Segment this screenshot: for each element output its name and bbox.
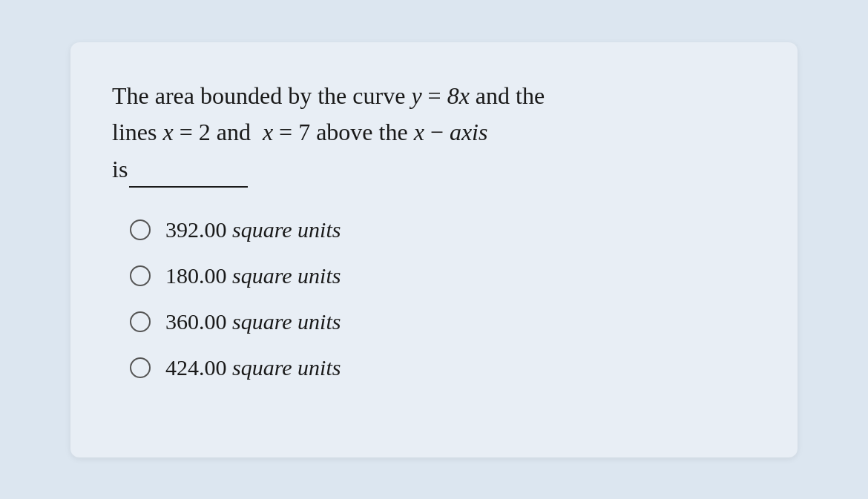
option-3-label: 360.00 square units — [165, 309, 341, 334]
radio-4[interactable] — [130, 357, 151, 378]
word-axis: axis — [450, 119, 488, 145]
options-list: 392.00 square units 180.00 square units … — [112, 217, 756, 380]
option-1-label: 392.00 square units — [165, 217, 341, 242]
option-3[interactable]: 360.00 square units — [130, 309, 756, 334]
var-x3: x — [414, 119, 424, 145]
option-2-label: 180.00 square units — [165, 263, 341, 288]
option-1[interactable]: 392.00 square units — [130, 217, 756, 242]
option-4-value: 424.00 — [165, 355, 227, 380]
question-text: The area bounded by the curve y = 8x and… — [112, 78, 756, 188]
var-y: y — [411, 82, 421, 109]
question-card: The area bounded by the curve y = 8x and… — [70, 42, 798, 457]
option-4[interactable]: 424.00 square units — [130, 355, 756, 380]
question-line3: is — [112, 156, 248, 182]
expr-8x: 8x — [447, 82, 470, 109]
question-line1: The area bounded by the curve y = 8x and… — [112, 82, 545, 109]
option-1-value: 392.00 — [165, 217, 227, 242]
radio-3[interactable] — [130, 311, 151, 332]
val-2: 2 — [199, 119, 211, 145]
question-line2: lines x = 2 and x = 7 above the x − axis — [112, 119, 487, 145]
radio-1[interactable] — [130, 219, 151, 240]
val-7: 7 — [298, 119, 310, 145]
radio-2[interactable] — [130, 265, 151, 286]
option-3-value: 360.00 — [165, 309, 227, 334]
option-3-unit: square units — [232, 309, 341, 334]
answer-blank — [129, 185, 248, 188]
option-4-label: 424.00 square units — [165, 355, 341, 380]
option-1-unit: square units — [232, 217, 341, 242]
option-2-value: 180.00 — [165, 263, 227, 288]
option-4-unit: square units — [232, 355, 341, 380]
var-x2: x — [263, 119, 273, 145]
var-x1: x — [162, 119, 173, 145]
option-2-unit: square units — [232, 263, 341, 288]
option-2[interactable]: 180.00 square units — [130, 263, 756, 288]
